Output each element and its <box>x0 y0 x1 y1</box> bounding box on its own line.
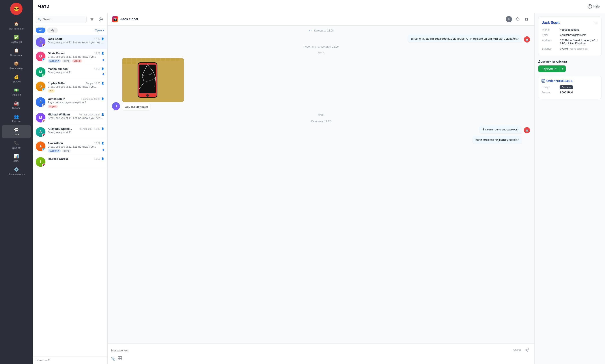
list-item[interactable]: J V James Smith Понеділок, 09:18 👤 А дос… <box>33 95 107 111</box>
person-icon: 👤 <box>101 157 104 160</box>
send-button[interactable] <box>523 346 531 354</box>
add-document-button[interactable]: + Документ ▾ <box>538 65 566 72</box>
svg-point-32 <box>146 94 149 97</box>
chat-time: 05 лют. 2024 11:13 👤 <box>79 127 104 130</box>
list-item[interactable]: А 📷 Анатолій Краве... 05 лют. 2024 11:13… <box>33 125 107 139</box>
chat-time: 05 лют. 2024 13:54 👤 <box>79 113 104 116</box>
list-item[interactable]: M 📷 Michael Williams 05 лют. 2024 13:54 … <box>33 111 107 125</box>
chat-item-content: James Smith Понеділок, 09:18 👤 А доставк… <box>48 97 104 108</box>
person-icon: 👤 <box>101 52 104 55</box>
tag: Urgent <box>72 59 82 63</box>
open-filter[interactable]: Open ▾ <box>95 29 104 32</box>
sidebar-item-sales[interactable]: 💰 Продажі <box>2 72 31 85</box>
chat-time: Понеділок, 09:18 👤 <box>81 97 104 100</box>
sidebar-item-settings[interactable]: ⚙️ Налаштування <box>2 165 31 178</box>
tab-my[interactable]: My <box>47 27 57 33</box>
contact-row-address: Address 123 Baker Street, London, W1U 6A… <box>542 39 598 45</box>
sidebar-item-label: Завдання <box>11 40 22 43</box>
chat-preview: Great, see you at 11! Let me know if you… <box>48 85 104 88</box>
sidebar-item-label: Замовлення <box>10 67 23 70</box>
new-chat-icon[interactable] <box>97 16 104 23</box>
svg-rect-17 <box>127 62 131 64</box>
orders-icon: 📦 <box>14 61 19 66</box>
message-bubble: Впевнена, що ми зможемо вам допомогти. Ч… <box>408 35 522 42</box>
svg-rect-13 <box>166 58 170 61</box>
sidebar-item-reports[interactable]: 📊 Звіти <box>2 152 31 164</box>
sidebar-item-label: Продажі <box>12 80 21 83</box>
chat-item-content: Sophia Miller Вчора, 18:35 👤 Great, see … <box>48 81 104 92</box>
template-icon[interactable] <box>118 356 122 361</box>
message-row: 🤖 Впевнена, що ми зможемо вам допомогти.… <box>112 35 530 42</box>
more-options-icon[interactable]: ⋯ <box>594 20 598 25</box>
system-text: Катерина, 12:08 <box>314 29 334 32</box>
chat-preview: Great, see you at 11! Let me know if you… <box>48 117 104 120</box>
balance-label: Balance <box>542 47 557 50</box>
unread-badge <box>103 59 104 61</box>
help-button[interactable]: ? Help <box>588 4 600 9</box>
tag: VIP <box>48 89 55 92</box>
phone-label: Phone <box>542 28 557 31</box>
svg-rect-11 <box>156 58 160 61</box>
sidebar-item-label: Налаштування <box>8 173 25 175</box>
sidebar-item-tasks[interactable]: ✅ Завдання <box>2 33 31 45</box>
chat-time: 12:02 👤 <box>94 52 104 55</box>
time-divider: 12:10 <box>112 52 530 54</box>
sidebar-item-clients[interactable]: 👥 Клієнти <box>2 112 31 125</box>
chat-preview: Great, see you at 11! Let me know if yo.… <box>48 55 104 58</box>
sidebar-item-calls[interactable]: 📞 Дзвінки <box>2 138 31 151</box>
chat-preview: Great, see you at 11! <box>48 71 104 74</box>
appeals-icon: 📋 <box>14 48 19 53</box>
svg-rect-35 <box>120 356 122 358</box>
sidebar-item-chats[interactable]: 💬 Чати <box>2 125 31 138</box>
message-input[interactable] <box>111 349 511 352</box>
list-item[interactable]: M ✓ masha_timosh 11:55 👤 Great, see you … <box>33 65 107 79</box>
tag-action[interactable] <box>514 16 521 23</box>
list-item[interactable]: A ✈ Ava Wilson 12:02 👤 Great, see you at… <box>33 139 107 155</box>
avatar: O f <box>36 52 45 61</box>
bubble-text: З таким точно впораємось) <box>479 126 522 133</box>
chat-window: 📷 Jack Scott K <box>108 13 535 364</box>
order-row-amount: Amount 2 000 UAH <box>541 91 598 94</box>
sidebar-item-appeals[interactable]: 📋 Звернення <box>2 46 31 59</box>
bubble-text: Впевнена, що ми зможемо вам допомогти. Ч… <box>408 35 522 42</box>
list-item[interactable]: S ✈ Sophia Miller Вчора, 18:35 👤 Great, … <box>33 79 107 95</box>
message-tools: 📎 <box>111 356 531 361</box>
sidebar-item-finance[interactable]: 💵 Фінанси <box>2 86 31 98</box>
avatar: A ✈ <box>36 142 45 151</box>
message-input-area: 0/1000 📎 <box>108 343 535 364</box>
system-divider: Переглянуто: сьогодні, 12:09 <box>112 45 530 48</box>
chat-item-content: Michael Williams 05 лют. 2024 13:54 👤 Gr… <box>48 113 104 120</box>
content-area: 🔍 <box>33 13 605 364</box>
list-item[interactable]: J 📷 Jack Scott 12:02 👤 Great, see you at… <box>33 35 107 49</box>
list-item[interactable]: I 📷 Isabella Garcia 11:55 👤 <box>33 155 107 169</box>
delete-action[interactable] <box>523 16 530 23</box>
dropdown-arrow-icon[interactable]: ▾ <box>560 65 566 72</box>
order-card: Order №H81341-1 Статус Закрите Amount 2 … <box>538 76 602 99</box>
avatar: M 📷 <box>36 113 45 122</box>
avatar-action[interactable]: K <box>505 16 512 23</box>
sidebar-item-label: Дзвінки <box>12 146 21 149</box>
person-icon: 👤 <box>101 142 104 144</box>
help-label: Help <box>593 5 600 8</box>
sidebar-item-orders[interactable]: 📦 Замовлення <box>2 59 31 72</box>
filter-tabs: All My Open ▾ <box>33 26 107 35</box>
tab-all[interactable]: All <box>36 27 45 33</box>
attachment-icon[interactable]: 📎 <box>111 357 116 361</box>
search-input[interactable] <box>36 16 87 23</box>
system-message: ✓✓ Катерина, 12:08 <box>112 29 530 32</box>
message-bubble: З таким точно впораємось) <box>479 126 522 133</box>
message-row: 🤖 З таким точно впораємось) <box>112 126 530 133</box>
message-input-row: 0/1000 <box>111 346 531 354</box>
list-item[interactable]: O f Olivia Brown 12:02 👤 Great, see you … <box>33 49 107 65</box>
contact-header: Jack Scott ⋯ <box>542 20 598 25</box>
chat-list: J 📷 Jack Scott 12:02 👤 Great, see you at… <box>33 35 107 356</box>
filter-icon[interactable] <box>88 16 95 23</box>
finance-icon: 💵 <box>14 88 19 92</box>
page-header: Чати ? Help <box>33 0 605 13</box>
total-label: Всього — 25 <box>36 359 51 362</box>
chat-item-content: Ava Wilson 12:02 👤 Great, see you at 11!… <box>48 142 104 153</box>
sidebar-item-company[interactable]: 🏠 Моя компанія <box>2 19 31 32</box>
system-message: Катерина, 12:12 <box>112 120 530 123</box>
svg-rect-6 <box>132 58 136 61</box>
sidebar-item-warehouse[interactable]: 🏭 Склади <box>2 99 31 112</box>
